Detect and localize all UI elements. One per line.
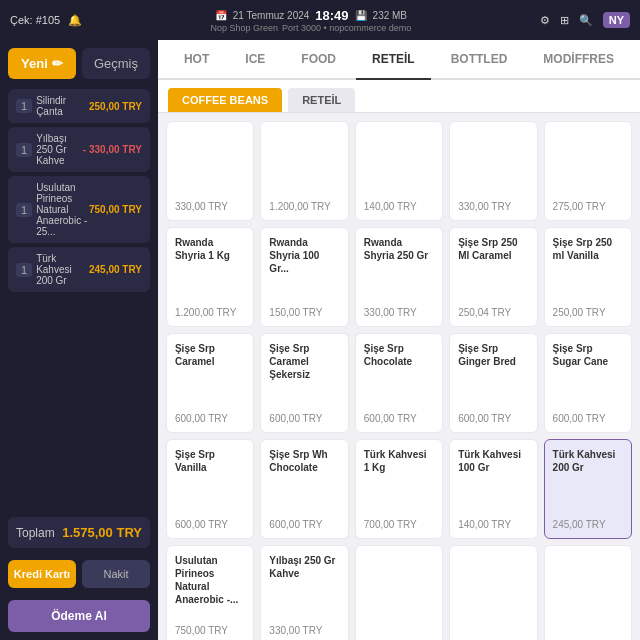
top-bar-center: 📅 21 Temmuz 2024 18:49 💾 232 MB Nop Shop… [211, 8, 412, 33]
product-price: 600,00 TRY [269, 519, 339, 530]
product-price: 600,00 TRY [175, 413, 245, 424]
product-price: 250,04 TRY [458, 307, 528, 318]
product-name: Türk Kahvesi 1 Kg [364, 448, 434, 474]
history-button[interactable]: Geçmiş [82, 48, 150, 79]
check-label: Çek: #105 [10, 14, 60, 26]
product-name: Türk Kahvesi 100 Gr [458, 448, 528, 474]
order-list: 1 Silindir Çanta 250,00 TRY 1 Yılbaşı 25… [8, 89, 150, 292]
product-card[interactable]: 330,00 TRY [166, 121, 254, 221]
product-price: 750,00 TRY [175, 625, 245, 636]
product-card[interactable]: Şişe Srp Caramel Şekersiz 600,00 TRY [260, 333, 348, 433]
product-name: Şişe Srp Sugar Cane [553, 342, 623, 368]
product-card[interactable]: Şişe Srp Sugar Cane 600,00 TRY [544, 333, 632, 433]
subtab-reteil[interactable]: RETEİL [288, 88, 355, 112]
main-tab-bar: HOT ICE FOOD RETEİL BOTTLED MODİFFRES [158, 40, 640, 80]
tab-modiffres[interactable]: MODİFFRES [527, 40, 630, 80]
ram-label: 232 MB [373, 10, 407, 21]
product-price: 245,00 TRY [553, 519, 623, 530]
product-price: 330,00 TRY [175, 201, 245, 212]
subtitle-label: Port 3000 • nopcommerce demo [282, 23, 411, 33]
time-label: 18:49 [315, 8, 348, 23]
item-name: Silindir Çanta [36, 95, 89, 117]
product-name: Şişe Srp Caramel Şekersiz [269, 342, 339, 381]
product-card[interactable]: Şişe Srp Caramel 600,00 TRY [166, 333, 254, 433]
grid-icon[interactable]: ⊞ [560, 14, 569, 27]
product-card[interactable]: 140,00 TRY [355, 121, 443, 221]
calendar-icon: 📅 [215, 10, 227, 21]
ram-icon: 💾 [355, 10, 367, 21]
product-card[interactable]: Yılbaşı 250 Gr Kahve 330,00 TRY [260, 545, 348, 640]
product-name: Şişe Srp Ginger Bred [458, 342, 528, 368]
order-item[interactable]: 1 Yılbaşı 250 Gr Kahve - 330,00 TRY [8, 127, 150, 172]
total-amount: 1.575,00 TRY [62, 525, 142, 540]
product-card[interactable]: Şişe Srp 250 Ml Caramel 250,04 TRY [449, 227, 537, 327]
bell-icon[interactable]: 🔔 [68, 14, 82, 27]
product-card[interactable]: Usulutan Pirineos Natural Anaerobic -...… [166, 545, 254, 640]
tab-ice[interactable]: ICE [229, 40, 281, 80]
item-qty: 1 [16, 263, 32, 277]
product-price: 700,00 TRY [364, 519, 434, 530]
subtab-coffee-beans[interactable]: COFFEE BEANS [168, 88, 282, 112]
order-item[interactable]: 1 Usulutan Pirineos Natural Anaerobic - … [8, 176, 150, 243]
product-card[interactable]: Türk Kahvesi 100 Gr 140,00 TRY [449, 439, 537, 539]
order-item[interactable]: 1 Silindir Çanta 250,00 TRY [8, 89, 150, 123]
tab-hot[interactable]: HOT [168, 40, 225, 80]
search-icon[interactable]: 🔍 [579, 14, 593, 27]
top-bar: Çek: #105 🔔 📅 21 Temmuz 2024 18:49 💾 232… [0, 0, 640, 40]
product-card[interactable]: Şişe Srp Wh Chocolate 600,00 TRY [260, 439, 348, 539]
product-price: 600,00 TRY [175, 519, 245, 530]
item-qty: 1 [16, 99, 32, 113]
right-panel: HOT ICE FOOD RETEİL BOTTLED MODİFFRES CO… [158, 40, 640, 640]
product-name: Rwanda Shyria 100 Gr... [269, 236, 339, 275]
product-name: Şişe Srp Vanilla [175, 448, 245, 474]
product-card[interactable]: Rwanda Shyria 1 Kg 1.200,00 TRY [166, 227, 254, 327]
total-section: Toplam 1.575,00 TRY [8, 517, 150, 548]
product-name: Şişe Srp Chocolate [364, 342, 434, 368]
pencil-icon: ✏ [52, 56, 63, 71]
product-price: 330,00 TRY [269, 625, 339, 636]
product-card[interactable]: Türk Kahvesi 1 Kg 700,00 TRY [355, 439, 443, 539]
product-name: Rwanda Shyria 1 Kg [175, 236, 245, 262]
product-card[interactable]: 330,00 TRY [449, 121, 537, 221]
product-card[interactable]: Rwanda Shyria 100 Gr... 150,00 TRY [260, 227, 348, 327]
product-card[interactable]: 1.200,00 TRY [260, 121, 348, 221]
product-card[interactable]: Şişe Srp Vanilla 600,00 TRY [166, 439, 254, 539]
product-price: 600,00 TRY [269, 413, 339, 424]
item-name: Usulutan Pirineos Natural Anaerobic - 25… [36, 182, 89, 237]
total-label: Toplam [16, 526, 55, 540]
tab-reteil[interactable]: RETEİL [356, 40, 431, 80]
product-card[interactable]: Rwanda Shyria 250 Gr 330,00 TRY [355, 227, 443, 327]
product-name: Şişe Srp Caramel [175, 342, 245, 368]
product-price: 330,00 TRY [364, 307, 434, 318]
new-button[interactable]: Yeni ✏ [8, 48, 76, 79]
product-name: Şişe Srp Wh Chocolate [269, 448, 339, 474]
item-name: Türk Kahvesi 200 Gr [36, 253, 89, 286]
product-name: Türk Kahvesi 200 Gr [553, 448, 623, 474]
item-qty: 1 [16, 203, 32, 217]
payment-buttons: Kredi Kartı Nakit [8, 560, 150, 588]
product-name: Şişe Srp 250 Ml Caramel [458, 236, 528, 262]
product-card-empty [449, 545, 537, 640]
product-price: 1.200,00 TRY [269, 201, 339, 212]
item-qty: 1 [16, 143, 32, 157]
cash-button[interactable]: Nakit [82, 560, 150, 588]
product-grid: 330,00 TRY 1.200,00 TRY 140,00 TRY 330,0… [158, 113, 640, 640]
checkout-button[interactable]: Ödeme Al [8, 600, 150, 632]
credit-card-button[interactable]: Kredi Kartı [8, 560, 76, 588]
product-card[interactable]: 275,00 TRY [544, 121, 632, 221]
product-price: 1.200,00 TRY [175, 307, 245, 318]
order-item[interactable]: 1 Türk Kahvesi 200 Gr 245,00 TRY [8, 247, 150, 292]
product-card-selected[interactable]: Türk Kahvesi 200 Gr 245,00 TRY [544, 439, 632, 539]
tab-food[interactable]: FOOD [285, 40, 352, 80]
product-card[interactable]: Şişe Srp Chocolate 600,00 TRY [355, 333, 443, 433]
product-name: Şişe Srp 250 ml Vanilla [553, 236, 623, 262]
left-top-buttons: Yeni ✏ Geçmiş [8, 48, 150, 79]
product-card[interactable]: Şişe Srp 250 ml Vanilla 250,00 TRY [544, 227, 632, 327]
left-panel: Yeni ✏ Geçmiş 1 Silindir Çanta 250,00 TR… [0, 40, 158, 640]
settings-icon[interactable]: ⚙ [540, 14, 550, 27]
tab-bottled[interactable]: BOTTLED [435, 40, 524, 80]
product-price: 250,00 TRY [553, 307, 623, 318]
date-label: 21 Temmuz 2024 [233, 10, 310, 21]
main-layout: Yeni ✏ Geçmiş 1 Silindir Çanta 250,00 TR… [0, 40, 640, 640]
product-card[interactable]: Şişe Srp Ginger Bred 600,00 TRY [449, 333, 537, 433]
